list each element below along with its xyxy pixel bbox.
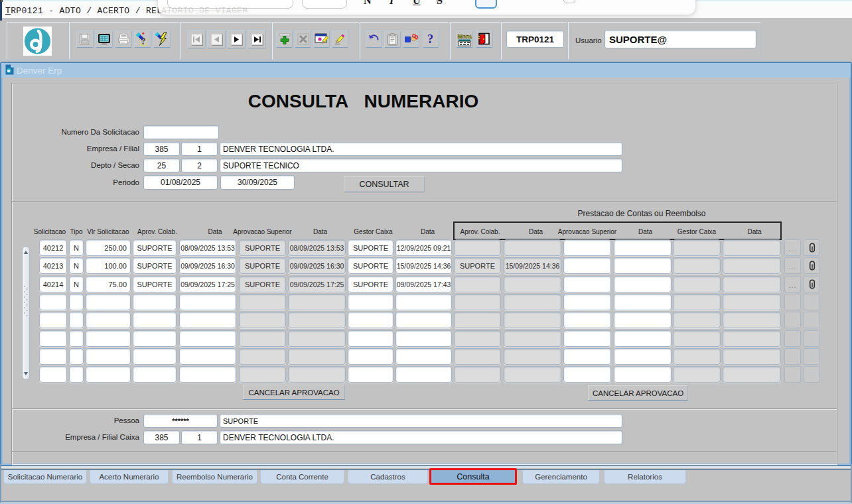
svg-text:?: ? bbox=[427, 32, 433, 46]
svg-text:Menu: Menu bbox=[458, 32, 472, 39]
